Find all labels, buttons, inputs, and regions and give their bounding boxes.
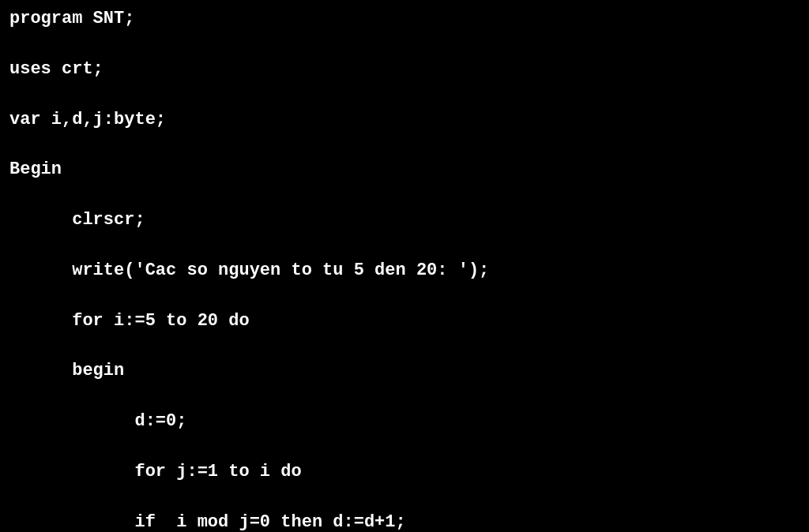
if-cond-1b: j=0 [228,512,280,532]
code-editor: program SNT; uses crt; var i,d,j:byte; B… [0,0,809,532]
for-range-2b: i [250,462,281,481]
line-4: Begin [9,157,800,182]
keyword-program: program [9,9,82,28]
line-10: for j:=1 to i do [9,459,800,485]
line-3: var i,d,j:byte; [9,107,800,133]
keyword-for-1: for [72,311,103,331]
for-stmt-1 [9,311,72,331]
if-stmt-1 [9,512,134,532]
for-range-1b: 20 [186,311,228,331]
line-6: write('Cac so nguyen to tu 5 den 20: '); [9,258,800,283]
indent-1: clrscr; [9,210,145,230]
var-decl: i,d,j:byte; [41,110,166,129]
keyword-begin-inner: begin [72,361,124,380]
line-7: for i:=5 to 20 do [9,309,800,334]
for-stmt-2 [9,462,134,481]
keyword-then-1: then [280,512,322,532]
line-1: program SNT; [9,6,800,32]
keyword-for-2: for [134,462,166,481]
keyword-to-2: to [228,462,249,481]
indent-begin [9,361,72,380]
for-range-1: i:=5 [103,311,166,331]
line-11: if i mod j=0 then d:=d+1; [9,510,800,532]
line-9: d:=0; [9,409,800,434]
keyword-do-1: do [228,311,249,331]
if-cond-1: i [156,512,198,532]
keyword-uses: uses [9,59,51,79]
uses-crt: crt; [51,59,103,79]
program-name: SNT; [82,9,134,28]
keyword-begin-main: Begin [9,159,62,179]
keyword-mod: mod [198,512,229,532]
keyword-to-1: to [166,311,186,331]
d-assign: d:=0; [9,411,186,431]
keyword-do-2: do [280,462,301,481]
keyword-var: var [9,110,41,129]
write-stmt: write('Cac so nguyen to tu 5 den 20: '); [9,260,489,280]
line-5: clrscr; [9,208,800,233]
keyword-if-1: if [134,512,155,532]
line-8: begin [9,358,800,384]
line-2: uses crt; [9,57,800,82]
for-range-2a: j:=1 [166,462,228,481]
if-body-1: d:=d+1; [322,512,406,532]
